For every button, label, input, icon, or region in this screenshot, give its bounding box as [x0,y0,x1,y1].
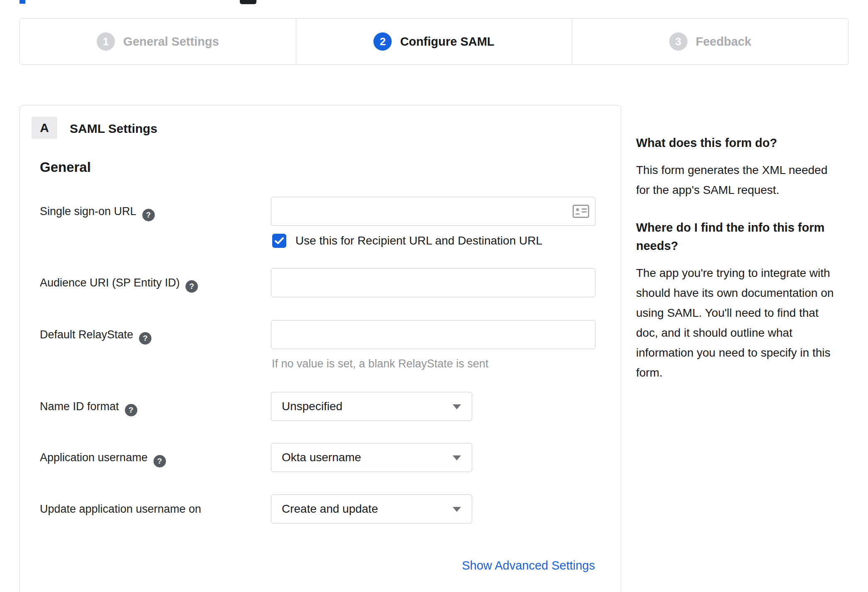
help-sidebar: What does this form do? This form genera… [636,134,844,401]
name-id-format-select[interactable]: Unspecified [271,392,472,421]
chevron-down-icon [453,404,461,409]
chevron-down-icon [453,455,461,460]
saml-settings-card: A SAML Settings General Single sign-on U… [20,105,621,592]
help-icon[interactable]: ? [125,404,137,416]
section-title: SAML Settings [70,122,157,136]
sidebar-section-title: Where do I find the info this form needs… [636,218,844,255]
help-icon[interactable]: ? [142,209,155,221]
relay-state-hint: If no value is set, a blank RelayState i… [272,357,488,370]
selected-value: Create and update [282,502,378,516]
step-general-settings[interactable]: 1 General Settings [20,19,296,64]
label-text: Default RelayState [40,328,133,341]
contact-card-icon [573,205,589,218]
update-app-username-label: Update application username on [40,503,201,516]
label-text: Single sign-on URL [40,205,137,218]
label-text: Name ID format [40,400,119,413]
step-label: Configure SAML [400,35,494,49]
app-username-select[interactable]: Okta username [271,443,472,472]
label-text: Audience URI (SP Entity ID) [40,276,180,289]
sidebar-section-body: This form generates the XML needed for t… [636,160,844,200]
audience-uri-input[interactable] [271,268,595,297]
chevron-down-icon [453,507,461,512]
help-icon[interactable]: ? [154,455,166,467]
step-number-badge: 2 [373,32,392,51]
step-number-badge: 1 [97,32,115,51]
name-id-format-label: Name ID format? [40,400,137,416]
help-icon[interactable]: ? [185,280,198,293]
step-configure-saml[interactable]: 2 Configure SAML [296,19,572,64]
selected-value: Unspecified [282,400,342,413]
step-number-badge: 3 [669,32,688,51]
section-badge: A [32,117,57,139]
checkmark-icon [275,237,284,245]
update-app-username-select[interactable]: Create and update [271,494,472,524]
checkbox-label: Use this for Recipient URL and Destinati… [295,234,542,247]
sidebar-section-body: The app you're trying to integrate with … [636,263,844,383]
sso-checkbox-row: Use this for Recipient URL and Destinati… [272,234,542,248]
cropped-title-fragment [20,0,25,4]
step-label: Feedback [696,35,751,49]
group-title-general: General [40,159,91,175]
sso-url-label: Single sign-on URL? [40,205,155,221]
audience-uri-label: Audience URI (SP Entity ID)? [40,276,198,293]
label-text: Application username [40,451,148,464]
sidebar-section-title: What does this form do? [636,134,844,152]
recipient-url-checkbox[interactable] [272,234,286,248]
cropped-icon-fragment [240,0,256,4]
show-advanced-settings-link[interactable]: Show Advanced Settings [462,559,595,572]
help-icon[interactable]: ? [139,332,151,345]
sso-url-input[interactable] [271,197,595,226]
step-label: General Settings [123,35,219,49]
selected-value: Okta username [282,451,361,464]
relay-state-input[interactable] [271,320,595,349]
label-text: Update application username on [40,503,201,515]
relay-state-label: Default RelayState? [40,328,151,345]
wizard-stepper: 1 General Settings 2 Configure SAML 3 Fe… [20,18,848,65]
step-feedback[interactable]: 3 Feedback [572,19,848,64]
app-username-label: Application username? [40,451,166,467]
